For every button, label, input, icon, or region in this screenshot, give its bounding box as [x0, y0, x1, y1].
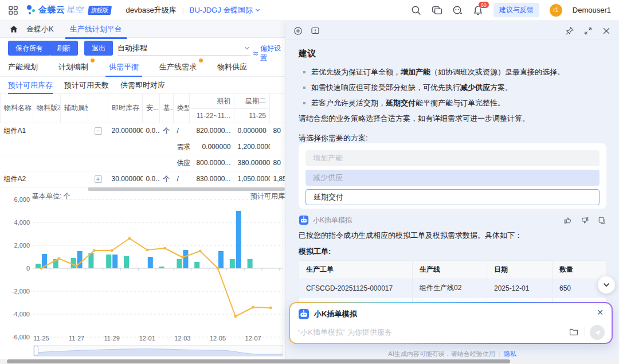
attach-folder-icon[interactable]: [569, 327, 578, 336]
period-start-cell: 820.0000...: [190, 123, 234, 139]
type-cell: 供应: [174, 155, 190, 171]
chart-datazoom-slider[interactable]: [33, 345, 283, 357]
module-tab-1[interactable]: 计划编制: [58, 57, 88, 77]
notification-dot-icon: [91, 58, 95, 62]
thumbs-down-icon[interactable]: [581, 216, 589, 225]
customer-service-icon[interactable]: [452, 5, 463, 15]
org-label: BU-JDGJ 金蝶国际: [190, 5, 253, 15]
svg-text:12-01: 12-01: [139, 335, 155, 342]
tuesday-cell: 1,050.000000: [234, 171, 270, 187]
tuesday-cell: 380.000000: [234, 155, 270, 171]
search-icon[interactable]: [411, 5, 421, 15]
stock-cell: [108, 139, 143, 155]
material-name-cell: 组件A1: [1, 123, 33, 139]
pin-icon[interactable]: [565, 26, 574, 36]
agent-message-input[interactable]: [298, 325, 550, 339]
table-row: 组件A2+30.0000000.0...个/830.0000...1,050.0…: [1, 171, 285, 187]
disclaimer-text: AI生成内容可能有误，请结合经验使用: [388, 350, 495, 357]
ai-disclaimer: AI生成内容可能有误，请结合经验使用|隐私: [285, 350, 619, 358]
next-period-cell: 1,85: [270, 171, 285, 187]
plan-option-1[interactable]: 减少供应: [305, 170, 600, 186]
orders-table-header: 生产工单: [299, 261, 413, 279]
grid-header: 即时库存: [108, 94, 143, 123]
copy-icon[interactable]: [598, 216, 606, 225]
expander-cell: [88, 155, 108, 171]
stock-cell: 30.000000: [108, 171, 143, 187]
type-cell: /: [174, 123, 190, 139]
view-subtab-2[interactable]: 供需即时对应: [120, 77, 165, 94]
view-subtab-0[interactable]: 预计可用库存: [8, 77, 53, 94]
bullet-pre: 若客户允许灵活交期，: [311, 99, 386, 107]
chevron-down-icon: [254, 7, 261, 13]
page-horizontal-scrollbar[interactable]: [0, 359, 619, 364]
module-tab-2[interactable]: 供需平衡: [109, 57, 139, 77]
expand-icon[interactable]: +: [95, 175, 102, 183]
tab-kingdee-xiaok[interactable]: 金蝶小K: [26, 24, 54, 34]
new-chat-plus-icon[interactable]: [293, 26, 303, 36]
send-button[interactable]: [590, 325, 605, 340]
refresh-button[interactable]: 刷新: [49, 41, 78, 56]
period-start-cell: 0.000000: [190, 139, 234, 155]
svg-text:12-07: 12-07: [245, 335, 261, 342]
safety-cell: [143, 139, 160, 155]
safety-cell: 0.0...: [143, 171, 160, 187]
orders-table-cell: 组件生产线02: [413, 279, 487, 298]
collapse-icon[interactable]: −: [95, 127, 102, 135]
thumbs-up-icon[interactable]: [563, 216, 572, 225]
tab-production-line-platform[interactable]: 生产线计划平台: [70, 24, 122, 34]
svg-text:12-03: 12-03: [174, 335, 190, 342]
message-icon[interactable]: [432, 5, 442, 15]
bullet-post: （如协调班次或资源）是最直接的选择。: [430, 68, 565, 76]
schedule-select[interactable]: 自动排程: [117, 41, 250, 56]
view-subtab-1[interactable]: 预计可用天数: [64, 77, 109, 94]
app-launcher-icon[interactable]: [8, 5, 18, 15]
close-panel-icon[interactable]: [602, 26, 611, 36]
left-work-area: 保存所有 刷新 退出 自动排程 偏好设置 产能规划计划编制供需平衡生产线需求物料…: [0, 38, 285, 364]
tuesday-cell: 1,200.000000: [234, 139, 270, 155]
close-input-card-icon[interactable]: ✕: [597, 308, 604, 317]
user-avatar[interactable]: r1: [550, 4, 562, 17]
notifications-bell-icon[interactable]: 60: [473, 5, 483, 15]
svg-text:6,000: 6,000: [14, 196, 30, 203]
settings-sliders-icon: [253, 50, 258, 57]
suggestion-summary: 请结合您的业务策略选择合适方案，如有详细需求可进一步调整计算。: [299, 113, 530, 124]
feedback-button[interactable]: 建议与反馈: [493, 3, 539, 17]
table-row: CFSCGD-20251125-000017组件生产线022025-12-016…: [299, 279, 607, 298]
plan-option-2[interactable]: 延期交付: [305, 189, 600, 205]
plan-option-0[interactable]: 增加产能: [305, 150, 600, 166]
toolbar: 保存所有 刷新 退出 自动排程 偏好设置: [0, 38, 285, 57]
save-all-button[interactable]: 保存所有: [8, 41, 50, 56]
scroll-to-bottom-button[interactable]: [598, 276, 615, 293]
grid-header-date: 11-25: [234, 108, 270, 123]
chart-legend[interactable]: 预计可用库存: [248, 191, 285, 201]
org-switcher[interactable]: BU-JDGJ 金蝶国际: [190, 5, 261, 15]
history-comment-icon[interactable]: [311, 26, 320, 36]
schedule-select-value: 自动排程: [117, 43, 147, 53]
kingdee-logo-icon: [26, 5, 36, 15]
stock-cell: [108, 155, 143, 171]
username-label[interactable]: Demouser1: [573, 6, 611, 14]
grid-header: 物料版本: [33, 94, 61, 123]
exit-button[interactable]: 退出: [84, 41, 113, 56]
panel-icon-row: [285, 22, 619, 40]
material-name-cell: [1, 139, 33, 155]
module-tab-4[interactable]: 物料供应: [217, 57, 247, 77]
simulated-orders-title: 模拟工单:: [299, 246, 331, 257]
grid-header: 基...: [160, 94, 174, 123]
ai-assistant-panel: 建议 若优先级为保证订单全额，增加产能（如协调班次或资源）是最直接的选择。如需快…: [285, 22, 619, 364]
view-subtabs: 预计可用库存预计可用天数供需即时对应: [0, 77, 285, 94]
table-row: 需求0.0000001,200.000000: [1, 139, 285, 155]
bullet-bold: 减少供应: [460, 83, 490, 92]
module-tab-0[interactable]: 产能规划: [8, 57, 38, 77]
divider: [585, 327, 585, 336]
agent-message-header: 小K插单模拟: [299, 214, 606, 226]
bullet-post: 能平衡产能与订单完整性。: [416, 99, 505, 107]
privacy-link[interactable]: 隐私: [504, 350, 516, 357]
bullet-post: 方案。: [490, 83, 512, 92]
grid-header: 类型: [174, 94, 190, 123]
page-scrollbar-thumb[interactable]: [7, 359, 510, 363]
expand-icon[interactable]: [583, 26, 593, 36]
module-tab-3[interactable]: 生产线需求: [159, 57, 197, 77]
tuesday-cell: 0.000000: [234, 123, 270, 139]
home-icon[interactable]: [9, 25, 18, 34]
